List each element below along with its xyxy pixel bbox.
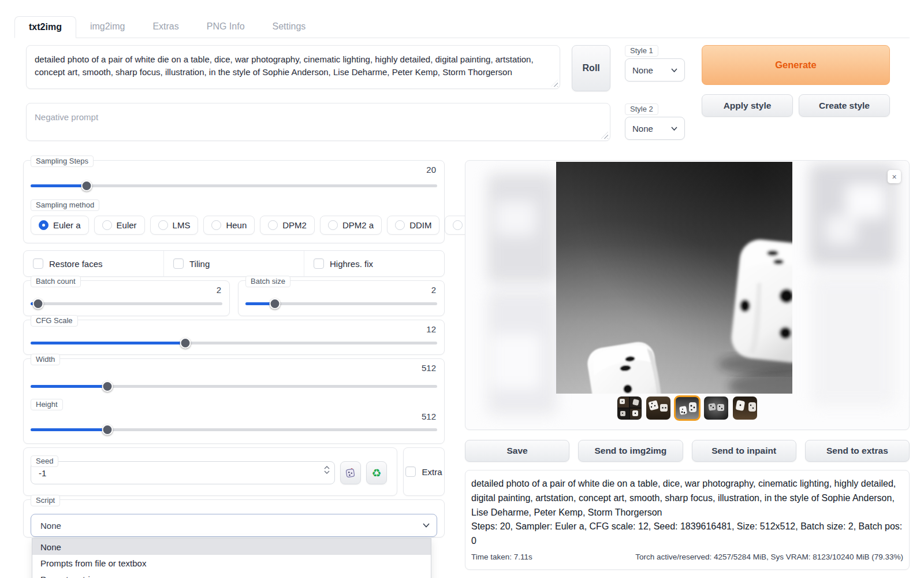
close-gallery-button[interactable]: × (888, 170, 901, 183)
save-button[interactable]: Save (465, 440, 569, 462)
stepper-up-icon[interactable] (324, 466, 330, 469)
style1-label: Style 1 (625, 45, 658, 57)
cfg-scale-slider[interactable] (31, 338, 437, 349)
gallery-thumbnail-2[interactable] (646, 397, 670, 420)
extra-checkbox[interactable] (405, 466, 416, 477)
radio-icon (211, 220, 221, 230)
negative-prompt-box (26, 103, 610, 141)
sampler-euler-a[interactable]: Euler a (31, 216, 89, 235)
extra-seed-card[interactable]: Extra (403, 447, 445, 496)
gallery-thumbnail-5[interactable] (733, 397, 757, 420)
sampler-lms[interactable]: LMS (150, 216, 199, 235)
highres-fix-checkbox[interactable] (314, 258, 324, 269)
seed-card: Seed -1 (23, 447, 397, 496)
slider-knob[interactable] (270, 298, 281, 309)
sampling-method-group: Euler a Euler LMS Heun DPM2 DPM2 a DDIM … (31, 216, 437, 235)
script-option-prompts-from-file[interactable]: Prompts from file or textbox (32, 555, 431, 571)
batch-size-card: Batch size 2 (238, 280, 445, 316)
send-to-inpaint-button[interactable]: Send to inpaint (692, 440, 796, 462)
cfg-scale-card: CFG Scale 12 (23, 320, 445, 355)
style2-select[interactable]: None (625, 117, 685, 140)
send-to-extras-button[interactable]: Send to extras (805, 440, 910, 462)
gallery-thumbnail-3-selected[interactable] (675, 397, 699, 420)
apply-style-button[interactable]: Apply style (702, 94, 793, 117)
script-select[interactable]: None (31, 514, 437, 537)
sampler-dpm2-a[interactable]: DPM2 a (320, 216, 382, 235)
tab-extras[interactable]: Extras (139, 16, 192, 38)
prompt-box: detailed photo of a pair of white die on… (26, 45, 560, 89)
batch-count-label: Batch count (31, 276, 81, 287)
gallery-thumbnail-4[interactable] (704, 397, 728, 420)
restore-faces-checkbox[interactable] (33, 258, 43, 269)
send-to-img2img-button[interactable]: Send to img2img (578, 440, 683, 462)
thumbnail-strip (465, 397, 909, 420)
batch-size-slider[interactable] (245, 298, 437, 309)
slider-knob[interactable] (81, 180, 92, 191)
style2-label: Style 2 (625, 103, 658, 115)
random-seed-button[interactable] (340, 461, 361, 484)
prompt-input[interactable]: detailed photo of a pair of white die on… (27, 46, 560, 88)
dimensions-card: Width 512 Height 512 (23, 358, 445, 444)
sampler-heun[interactable]: Heun (203, 216, 255, 235)
output-actions: Save Send to img2img Send to inpaint Sen… (465, 440, 910, 462)
slider-knob[interactable] (32, 298, 43, 309)
slider-knob[interactable] (102, 424, 113, 435)
roll-button[interactable]: Roll (572, 45, 610, 91)
txt2img-page: txt2img img2img Extras PNG Info Settings… (0, 0, 924, 570)
batch-count-slider[interactable] (31, 298, 222, 309)
sampler-dpm2[interactable]: DPM2 (260, 216, 315, 235)
reuse-seed-button[interactable]: ♻ (366, 461, 387, 484)
batch-count-value: 2 (217, 285, 221, 295)
generated-image[interactable] (556, 162, 792, 394)
seed-stepper[interactable] (324, 466, 330, 474)
generation-info-card: detailed photo of a pair of white die on… (465, 470, 910, 570)
close-icon: × (892, 172, 896, 181)
sampler-euler[interactable]: Euler (94, 216, 145, 235)
seed-input[interactable]: -1 (31, 461, 335, 484)
tiling-checkbox[interactable] (173, 258, 184, 269)
batch-count-card: Batch count 2 (23, 280, 230, 316)
script-card: Script None None Prompts from file or te… (23, 499, 445, 538)
sampler-ddim[interactable]: DDIM (387, 216, 439, 235)
create-style-button[interactable]: Create style (799, 94, 890, 117)
restore-faces-option[interactable]: Restore faces (24, 251, 163, 276)
generate-button[interactable]: Generate (702, 45, 890, 85)
radio-icon (328, 220, 338, 230)
radio-icon (453, 220, 463, 230)
dice-icon (345, 467, 356, 479)
seed-value: -1 (39, 468, 46, 478)
width-slider[interactable] (31, 381, 437, 392)
slider-knob[interactable] (102, 381, 113, 392)
chevron-down-icon (671, 127, 677, 131)
style2-value: None (632, 124, 653, 134)
seed-label: Seed (31, 455, 58, 467)
sampler-card: Sampling Steps 20 Sampling method Euler … (23, 160, 445, 243)
highres-fix-option[interactable]: Highres. fix (304, 251, 444, 276)
height-slider[interactable] (31, 424, 437, 435)
script-option-prompt-matrix[interactable]: Prompt matrix (32, 571, 431, 578)
output-prompt-text: detailed photo of a pair of white die on… (471, 477, 903, 520)
sampling-steps-slider[interactable] (31, 180, 437, 191)
tab-png-info[interactable]: PNG Info (193, 16, 259, 38)
gallery-thumbnail-1[interactable] (617, 397, 642, 420)
stepper-down-icon[interactable] (324, 470, 330, 474)
tab-txt2img[interactable]: txt2img (14, 16, 76, 38)
radio-icon (102, 220, 112, 230)
batch-size-value: 2 (431, 285, 436, 295)
tab-img2img[interactable]: img2img (76, 16, 139, 38)
slider-knob[interactable] (180, 338, 191, 349)
style1-select[interactable]: None (625, 58, 685, 81)
vram-info-text: Torch active/reserved: 4257/5284 MiB, Sy… (635, 551, 903, 564)
tiling-option[interactable]: Tiling (163, 251, 304, 276)
output-column: × (465, 160, 910, 570)
radio-icon (268, 220, 278, 230)
options-card: Restore faces Tiling Highres. fix (23, 250, 445, 277)
tab-settings[interactable]: Settings (259, 16, 320, 38)
radio-icon (395, 220, 405, 230)
sampling-method-label: Sampling method (31, 199, 99, 211)
negative-prompt-input[interactable] (27, 103, 610, 140)
radio-selected-icon (39, 220, 49, 230)
script-option-none[interactable]: None (32, 539, 431, 555)
tab-bar: txt2img img2img Extras PNG Info Settings (14, 16, 910, 38)
style1-value: None (632, 65, 653, 75)
